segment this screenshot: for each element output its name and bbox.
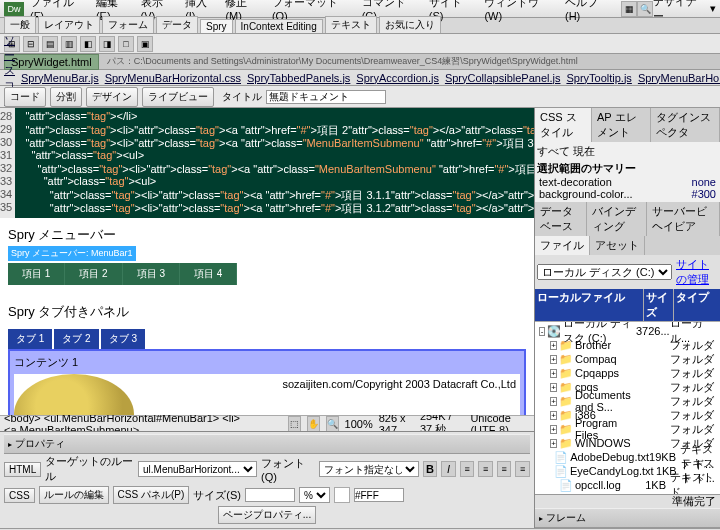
tabpanel-tab[interactable]: タブ 2 [54,329,98,349]
split-view-button[interactable]: 分割 [50,87,82,107]
spry-tabpanel-heading: Spry タブ付きパネル [8,303,526,321]
related-files-bar: ソースコード SpryMenuBar.js SpryMenuBarHorizon… [0,70,720,86]
related-file[interactable]: SpryCollapsiblePanel.js [445,72,561,84]
drive-select[interactable]: ローカル ディスク (C:) [537,264,672,280]
server-behaviors-tab[interactable]: サーバービヘイビア [647,202,720,236]
menubar-item[interactable]: 項目 4 [180,263,237,285]
summary-title: 選択範囲のサマリー [537,161,718,176]
copyright-text: sozaijiten.com/Copyright 2003 Datacraft … [282,378,516,390]
tab-form[interactable]: フォーム [102,16,154,33]
zoom-value[interactable]: 100% [345,418,373,430]
code-view[interactable]: 2829303132333435 "attr">class="tag"></li… [0,108,534,218]
assets-tab[interactable]: アセット [590,236,645,255]
align-left-button[interactable]: ≡ [460,461,475,477]
css-mode-button[interactable]: CSS [4,488,35,503]
col-size[interactable]: サイズ [644,289,674,321]
spry-widget-icon[interactable]: ⊟ [23,36,39,52]
align-center-button[interactable]: ≡ [478,461,493,477]
app-logo: Dw [4,2,24,16]
tab-content-text: コンテンツ 1 [14,356,78,368]
properties-header[interactable]: プロパティ [4,434,530,454]
html-mode-button[interactable]: HTML [4,462,41,477]
design-view-button[interactable]: デザイン [86,87,138,107]
title-input[interactable] [266,90,386,104]
page-properties-button[interactable]: ページプロパティ... [218,506,316,524]
image-placeholder [14,374,134,415]
database-tab[interactable]: データベース [535,202,587,236]
spry-widget-icon[interactable]: ◧ [80,36,96,52]
ap-elements-tab[interactable]: AP エレメント [592,108,651,142]
files-panel-tabs: ファイル アセット [535,236,720,255]
menubar-item[interactable]: 項目 1 [8,263,65,285]
frame-panel-header[interactable]: フレーム [535,508,720,528]
properties-panel: プロパティ HTML ターゲットのルール ul.MenuBarHorizont.… [0,431,534,528]
tabpanel-tab[interactable]: タブ 1 [8,329,52,349]
title-label: タイトル [222,90,262,104]
files-tree[interactable]: -💽ローカル ディスク (C:)3726...ローカル...+📁Brotherフ… [535,322,720,494]
files-columns: ローカルファイル サイズ タイプ [535,289,720,322]
font-label: フォント(Q) [261,456,315,483]
menubar-item[interactable]: 項目 3 [123,263,180,285]
bindings-tab[interactable]: バインディング [587,202,646,236]
menu-window[interactable]: ウィンドウ(W) [484,0,557,22]
tag-inspector-tab[interactable]: タグインスペクタ [651,108,720,142]
tabpanel-content[interactable]: コンテンツ 1 sozaijiten.com/Copyright 2003 Da… [8,349,526,415]
design-view[interactable]: Spry メニューバー Spry メニューバー: MenuBar1 項目 1 項… [0,218,534,415]
related-file[interactable]: SpryTooltip.js [566,72,631,84]
italic-button[interactable]: I [441,461,456,477]
workspace-dropdown[interactable]: デザイナー ▾ [653,0,716,24]
col-name[interactable]: ローカルファイル [535,289,644,321]
related-file[interactable]: SpryTabbedPanels.js [247,72,350,84]
tab-incontext[interactable]: InContext Editing [235,19,323,33]
menubar-item[interactable]: 項目 2 [65,263,122,285]
search-icon[interactable]: 🔍 [637,1,653,17]
size-unit-select[interactable]: % [299,487,330,503]
edit-rule-button[interactable]: ルールの編集 [39,486,109,504]
tab-spry[interactable]: Spry [200,19,233,33]
spry-widget-label[interactable]: Spry メニューバー: MenuBar1 [8,246,136,261]
related-file[interactable]: SpryMenuBar.js [21,72,99,84]
text-color-swatch[interactable] [334,487,350,503]
spry-widget-icon[interactable]: ◨ [99,36,115,52]
bold-button[interactable]: B [423,461,438,477]
related-file[interactable]: SpryMenuBarHorizontal.css [638,72,720,84]
text-color-input[interactable] [354,488,404,502]
css-styles-tab[interactable]: CSS スタイル [535,108,592,142]
manage-sites-link[interactable]: サイトの管理 [676,257,718,287]
tabpanel-tab[interactable]: タブ 3 [101,329,145,349]
tab-data[interactable]: データ [156,16,198,33]
target-rule-select[interactable]: ul.MenuBarHorizont... [138,461,257,477]
align-justify-button[interactable]: ≡ [515,461,530,477]
tab-text[interactable]: テキスト [325,16,377,33]
document-path: パス：C:\Documents and Settings\Administrat… [107,55,578,68]
spry-widget-icon[interactable]: ▥ [61,36,77,52]
spry-widget-icon[interactable]: ▣ [137,36,153,52]
spry-widget-icon[interactable]: ▤ [42,36,58,52]
menu-help[interactable]: ヘルプ(H) [565,0,613,22]
spry-menubar[interactable]: 項目 1 項目 2 項目 3 項目 4 [8,263,526,285]
document-tab[interactable]: SpryWidget.html [4,54,99,70]
tab-favorite[interactable]: お気に入り [379,16,441,33]
spry-tabpanel-tabs: タブ 1 タブ 2 タブ 3 [8,329,526,349]
files-status: 準備完了 [535,494,720,508]
select-tool-icon[interactable]: ⬚ [288,416,300,432]
spry-widget-icon[interactable]: □ [118,36,134,52]
col-type[interactable]: タイプ [674,289,720,321]
related-file[interactable]: SpryAccordion.js [356,72,439,84]
align-right-button[interactable]: ≡ [497,461,512,477]
font-select[interactable]: フォント指定なし [319,461,419,477]
css-all-button[interactable]: すべて [537,145,570,157]
layout-icon[interactable]: ▦ [621,1,637,17]
code-view-button[interactable]: コード [4,87,46,107]
zoom-tool-icon[interactable]: 🔍 [326,416,339,432]
hand-tool-icon[interactable]: ✋ [307,416,320,432]
tab-layout[interactable]: レイアウト [38,16,100,33]
document-tab-bar: SpryWidget.html パス：C:\Documents and Sett… [0,54,720,70]
css-current-button[interactable]: 現在 [573,145,595,157]
css-panel-button[interactable]: CSS パネル(P) [113,486,190,504]
size-input[interactable] [245,488,295,502]
tab-general[interactable]: 一般 [4,16,36,33]
live-view-button[interactable]: ライブビュー [142,87,214,107]
related-file[interactable]: SpryMenuBarHorizontal.css [105,72,241,84]
files-tab[interactable]: ファイル [535,236,590,255]
